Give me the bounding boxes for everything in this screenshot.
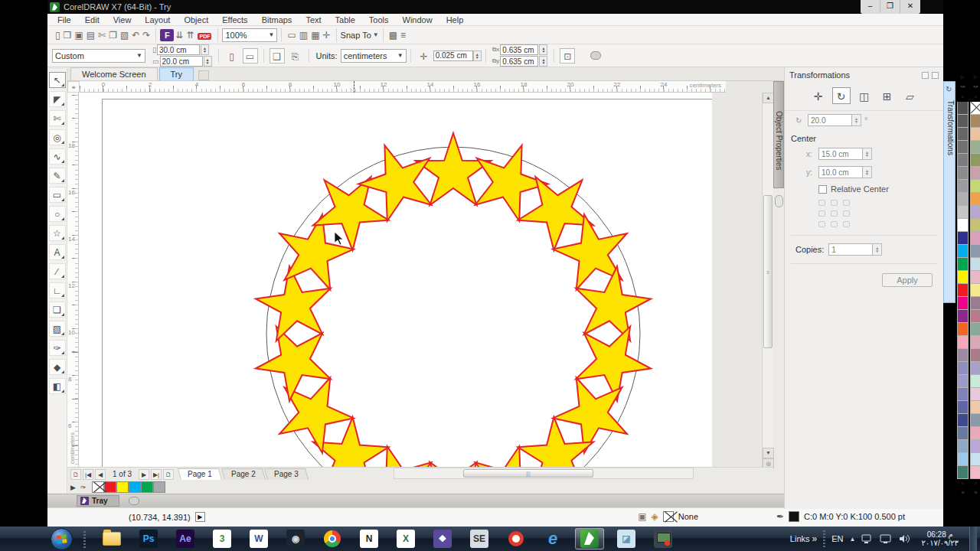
show-grid-icon[interactable]: ▦	[311, 30, 319, 41]
drop-shadow-tool[interactable]: ❏	[49, 302, 66, 318]
photoshop-icon[interactable]: Ps	[134, 528, 163, 549]
media-player-icon[interactable]: ◉	[281, 528, 310, 549]
opera-icon[interactable]	[501, 528, 531, 549]
color-swatch[interactable]	[970, 167, 980, 180]
color-swatch[interactable]	[970, 323, 980, 336]
speaker-icon[interactable]	[898, 533, 910, 544]
anchor-point[interactable]	[818, 210, 825, 217]
nudge-spinner[interactable]: ▲▼	[473, 51, 482, 61]
menu-help[interactable]: Help	[439, 15, 471, 24]
color-swatch[interactable]	[957, 206, 969, 219]
color-swatch[interactable]	[970, 362, 980, 375]
color-swatch[interactable]	[970, 349, 980, 362]
show-desktop-button[interactable]	[969, 527, 977, 551]
duplicate-x-field[interactable]: 0.635 cm	[500, 44, 538, 55]
color-swatch[interactable]	[116, 481, 129, 493]
center-y-field[interactable]: 10.0 cm	[818, 166, 863, 178]
relative-center-checkbox[interactable]	[818, 185, 827, 194]
minimize-button[interactable]: –	[861, 0, 880, 13]
last-page-icon[interactable]: ▶|	[151, 469, 162, 480]
all-pages-icon[interactable]: ❑	[270, 48, 285, 64]
purple-app-icon[interactable]: ❖	[428, 528, 457, 549]
chrome-icon[interactable]	[318, 528, 347, 549]
first-page-icon[interactable]: |◀	[83, 469, 93, 480]
screen-recorder-icon[interactable]	[648, 528, 678, 549]
color-swatch[interactable]	[957, 167, 969, 180]
publish-pdf-icon[interactable]: PDF	[197, 28, 212, 42]
menu-layout[interactable]: Layout	[138, 15, 177, 24]
treat-as-filled-icon[interactable]: ⊡	[560, 48, 575, 64]
menu-text[interactable]: Text	[299, 15, 328, 24]
palette-scroll-up-icon[interactable]: ▶	[970, 73, 980, 82]
anchor-point[interactable]	[843, 210, 850, 217]
new-tab-button[interactable]	[198, 70, 209, 80]
fill-tool[interactable]: ◆	[49, 359, 66, 375]
anchor-point[interactable]	[818, 200, 825, 206]
color-swatch[interactable]	[957, 271, 969, 284]
color-swatch[interactable]	[970, 375, 980, 388]
document-tab-welcome-screen[interactable]: Welcome Screen	[70, 67, 158, 80]
rotate-icon[interactable]: ↻	[832, 87, 851, 104]
new-document-icon[interactable]: ▯	[55, 30, 60, 41]
after-effects-icon[interactable]: Ae	[171, 528, 200, 549]
text-tool[interactable]: A	[49, 244, 66, 260]
corel-connect-icon[interactable]: F	[160, 29, 174, 41]
word-icon[interactable]: W	[244, 528, 273, 549]
color-swatch[interactable]	[970, 401, 980, 414]
nudge-field[interactable]: 0.025 cm	[433, 51, 473, 61]
color-swatch[interactable]	[957, 466, 969, 479]
color-swatch[interactable]	[957, 336, 969, 349]
color-swatch[interactable]	[957, 258, 969, 271]
tray-button[interactable]: Tray	[77, 495, 119, 507]
color-swatch[interactable]	[970, 271, 980, 284]
palette-options-icon[interactable]: ▫	[970, 92, 980, 102]
scroll-up-button[interactable]: ▲	[763, 93, 774, 103]
zoom-level-combo[interactable]: 100%▼	[222, 28, 277, 42]
artistic-media-tool[interactable]: ✎	[49, 168, 66, 184]
no-color-swatch[interactable]	[970, 102, 980, 115]
color-swatch[interactable]	[957, 154, 969, 167]
interactive-fill-tool[interactable]: ◧	[49, 378, 66, 394]
vertical-scroll-thumb[interactable]: ≡	[763, 195, 773, 348]
color-swatch[interactable]	[141, 481, 153, 493]
color-swatch[interactable]	[104, 481, 116, 493]
canvas[interactable]	[79, 93, 712, 467]
page-tab-page-2[interactable]: Page 2	[221, 468, 265, 480]
color-swatch[interactable]	[957, 297, 969, 310]
menu-tools[interactable]: Tools	[362, 15, 396, 24]
color-swatch[interactable]	[970, 466, 980, 479]
copy-icon[interactable]: ❐	[109, 30, 117, 41]
vertical-scrollbar[interactable]: ▲ ≡ ▼ ◎	[762, 93, 773, 469]
collapse-tray-button[interactable]	[129, 497, 139, 505]
add-page-icon[interactable]: 🗋	[163, 469, 174, 480]
docker-close-icon[interactable]	[932, 72, 939, 79]
rotation-angle-spinner[interactable]: ▲▼	[852, 114, 861, 126]
color-swatch[interactable]	[957, 401, 969, 414]
flyout-icon[interactable]: ▶	[70, 484, 76, 491]
color-swatch[interactable]	[957, 128, 969, 141]
internet-explorer-icon[interactable]: e	[538, 528, 567, 549]
position-icon[interactable]: ✛	[809, 87, 828, 104]
snap-settings-icon[interactable]: ✛	[323, 30, 331, 41]
autodesk-app-icon[interactable]: N	[354, 528, 384, 549]
polygon-tool[interactable]: ☆	[49, 225, 66, 241]
details-icon[interactable]: ▶	[195, 512, 205, 522]
center-y-spinner[interactable]: ▲▼	[863, 166, 872, 178]
anchor-point[interactable]	[831, 221, 838, 227]
fullscreen-preview-icon[interactable]: ▭	[287, 30, 296, 41]
palette-scroll-down-icon[interactable]: ▫	[970, 479, 980, 488]
paste-icon[interactable]: ▧	[120, 30, 129, 41]
scroll-down-button[interactable]: ▼	[763, 448, 774, 458]
color-swatch[interactable]	[957, 219, 969, 232]
anchor-point[interactable]	[843, 221, 850, 227]
ellipse-tool[interactable]: ○	[49, 206, 66, 222]
palette-flyout-icon[interactable]: »	[957, 488, 969, 497]
duplicate-x-spinner[interactable]: ▲▼	[539, 44, 547, 55]
collapse-docker-button[interactable]	[775, 195, 783, 207]
color-swatch[interactable]	[957, 180, 969, 193]
horizontal-scroll-thumb[interactable]: |||	[463, 469, 593, 478]
tab-transformations[interactable]: ↻ Transformations	[943, 81, 956, 303]
coreldraw-icon[interactable]	[575, 528, 604, 549]
launcher-icon[interactable]: ≡	[400, 30, 406, 41]
explorer-icon[interactable]	[97, 528, 126, 549]
